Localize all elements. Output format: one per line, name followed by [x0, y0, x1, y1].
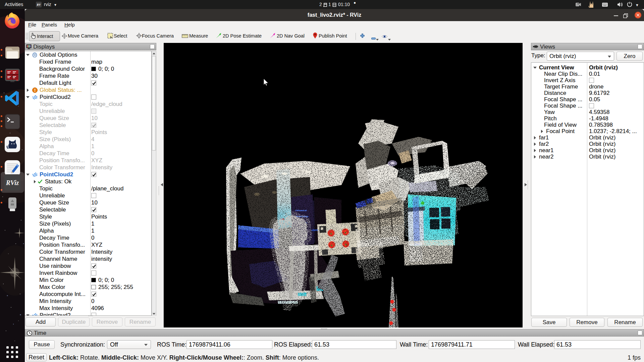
svg-text:RViz: RViz	[6, 179, 19, 186]
svg-text:RV: RV	[37, 3, 41, 6]
